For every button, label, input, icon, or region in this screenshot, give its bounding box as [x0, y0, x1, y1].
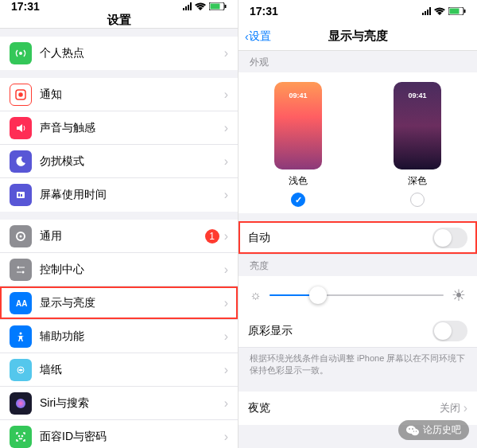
- display-brightness-screen: 17:31 ‹ 设置 显示与亮度 外观 09:41 浅色 ✓ 09:41 深色 …: [238, 0, 477, 448]
- svg-point-16: [20, 332, 22, 334]
- siri-icon: [10, 392, 32, 415]
- page-title: 显示与亮度: [328, 29, 388, 44]
- notify-icon: [10, 84, 32, 106]
- settings-row-siri[interactable]: Siri与搜索›: [0, 387, 238, 420]
- control-icon: [10, 259, 32, 281]
- row-label: 通用: [40, 229, 205, 243]
- settings-row-access[interactable]: 辅助功能›: [0, 320, 238, 353]
- row-label: 声音与触感: [40, 121, 224, 135]
- settings-row-faceid[interactable]: 面容ID与密码›: [0, 420, 238, 448]
- theme-dark[interactable]: 09:41 深色: [394, 82, 441, 207]
- status-bar: 17:31: [0, 0, 238, 13]
- wechat-watermark: 论历史吧: [398, 420, 469, 440]
- light-thumbnail: 09:41: [274, 82, 322, 169]
- settings-row-screentime[interactable]: 屏幕使用时间›: [0, 178, 238, 212]
- chevron-right-icon: ›: [224, 229, 228, 243]
- svg-point-25: [411, 428, 419, 434]
- sun-large-icon: ☀: [452, 286, 466, 305]
- settings-row-control[interactable]: 控制中心›: [0, 253, 238, 286]
- svg-rect-8: [21, 194, 22, 197]
- dnd-icon: [10, 150, 32, 173]
- svg-rect-7: [18, 193, 20, 197]
- dark-thumbnail: 09:41: [394, 82, 441, 169]
- row-label: 屏幕使用时间: [40, 188, 224, 202]
- time: 17:31: [250, 5, 278, 18]
- nav-bar: 设置: [0, 13, 238, 29]
- chevron-right-icon: ›: [224, 430, 228, 444]
- access-icon: [10, 325, 32, 348]
- brightness-slider-row: ☼ ☀: [238, 276, 477, 314]
- settings-screen: 17:31 设置 个人热点›通知›声音与触感›勿扰模式›屏幕使用时间›通用1›控…: [0, 0, 238, 448]
- radio-unchecked-icon: [410, 193, 425, 207]
- svg-rect-1: [211, 4, 220, 10]
- truetone-note: 根据环境光线条件自动调整 iPhone 屏幕以在不同环境下保持色彩显示一致。: [238, 348, 477, 385]
- chevron-right-icon: ›: [224, 88, 228, 102]
- truetone-row: 原彩显示: [238, 314, 477, 348]
- settings-row-wallpaper[interactable]: 墙纸›: [0, 353, 238, 387]
- chevron-right-icon: ›: [463, 401, 467, 415]
- svg-point-13: [22, 271, 25, 273]
- settings-row-dnd[interactable]: 勿扰模式›: [0, 145, 238, 178]
- svg-text:AA: AA: [16, 299, 27, 308]
- status-bar: 17:31: [238, 0, 477, 22]
- chevron-right-icon: ›: [224, 188, 228, 202]
- appearance-header: 外观: [238, 51, 477, 72]
- svg-point-3: [19, 52, 22, 55]
- chevron-right-icon: ›: [224, 296, 228, 310]
- chevron-right-icon: ›: [224, 121, 228, 135]
- svg-point-29: [416, 430, 417, 431]
- chevron-right-icon: ›: [224, 46, 228, 60]
- theme-light[interactable]: 09:41 浅色 ✓: [274, 82, 322, 207]
- row-label: 个人热点: [40, 46, 224, 60]
- nav-bar: ‹ 设置 显示与亮度: [238, 22, 477, 51]
- back-button[interactable]: ‹ 设置: [245, 29, 271, 44]
- settings-row-notify[interactable]: 通知›: [0, 78, 238, 111]
- chevron-right-icon: ›: [224, 154, 228, 169]
- svg-point-26: [409, 428, 410, 430]
- settings-row-hotspot[interactable]: 个人热点›: [0, 37, 238, 70]
- page-title: 设置: [107, 13, 131, 28]
- display-icon: AA: [10, 292, 32, 314]
- svg-point-20: [22, 436, 23, 437]
- svg-rect-23: [464, 10, 466, 13]
- status-icons: [422, 7, 466, 15]
- svg-point-28: [413, 430, 414, 431]
- svg-point-11: [17, 266, 20, 268]
- wallpaper-icon: [10, 359, 32, 381]
- brightness-slider[interactable]: [270, 294, 444, 296]
- chevron-right-icon: ›: [224, 329, 228, 344]
- svg-rect-2: [225, 5, 227, 8]
- brightness-header: 亮度: [238, 255, 477, 276]
- svg-point-27: [412, 428, 413, 430]
- appearance-picker: 09:41 浅色 ✓ 09:41 深色: [238, 72, 477, 213]
- chevron-right-icon: ›: [224, 263, 228, 277]
- row-label: Siri与搜索: [40, 396, 224, 411]
- status-icons: [183, 2, 227, 10]
- hotspot-icon: [10, 42, 32, 64]
- svg-rect-22: [450, 9, 460, 14]
- row-label: 控制中心: [40, 263, 224, 277]
- truetone-toggle[interactable]: [432, 321, 467, 341]
- settings-row-sound[interactable]: 声音与触感›: [0, 111, 238, 145]
- sun-small-icon: ☼: [250, 288, 262, 302]
- general-icon: [10, 225, 32, 247]
- radio-checked-icon: ✓: [291, 193, 305, 207]
- row-label: 通知: [40, 88, 224, 102]
- row-label: 面容ID与密码: [40, 430, 224, 444]
- auto-row: 自动: [238, 221, 477, 255]
- screentime-icon: [10, 184, 32, 206]
- row-label: 墙纸: [40, 363, 224, 377]
- svg-point-5: [19, 93, 22, 96]
- row-label: 辅助功能: [40, 329, 224, 344]
- time: 17:31: [11, 0, 40, 13]
- row-label: 勿扰模式: [40, 154, 224, 169]
- faceid-icon: [10, 426, 32, 448]
- chevron-right-icon: ›: [224, 396, 228, 411]
- svg-point-18: [16, 399, 25, 408]
- settings-row-general[interactable]: 通用1›: [0, 220, 238, 253]
- row-label: 显示与亮度: [40, 296, 224, 310]
- auto-toggle[interactable]: [432, 228, 467, 248]
- badge: 1: [205, 229, 219, 243]
- settings-row-display[interactable]: AA显示与亮度›: [0, 286, 238, 320]
- chevron-right-icon: ›: [224, 363, 228, 377]
